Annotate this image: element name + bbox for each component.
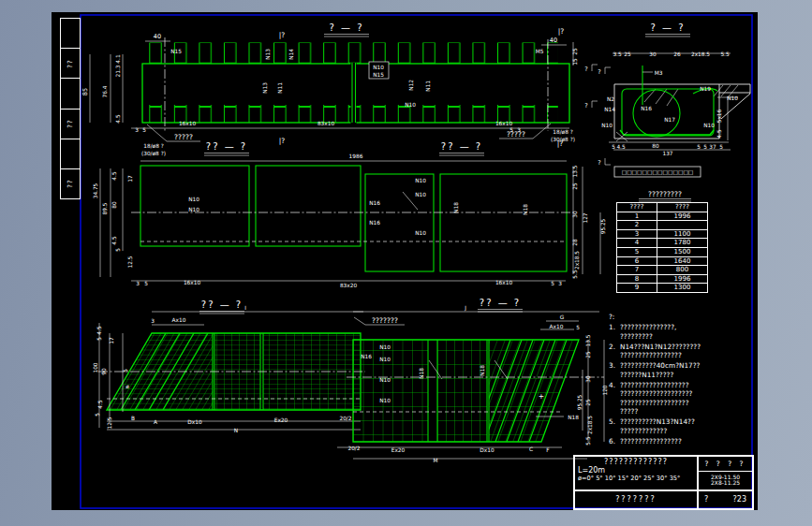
dim-label: 137	[662, 151, 672, 156]
dim-label: 16x10	[184, 280, 200, 285]
dim-label: 89.5	[102, 202, 108, 214]
dim-label: Ax10	[550, 324, 564, 329]
rebar-label: N15	[373, 72, 384, 78]
table-cell: 1	[617, 212, 657, 221]
section-view	[605, 53, 750, 201]
notes-block: ?: 1.???????????????,?????????2.N14???N1…	[609, 313, 757, 447]
rebar-label: N10	[727, 95, 738, 101]
dim-label: Ax10	[172, 317, 186, 323]
table-cell: 800	[657, 266, 708, 275]
note-item: 1.???????????????,?????????	[609, 323, 757, 341]
dim-label: C	[529, 446, 533, 452]
note-item: 6.?????????????????	[609, 437, 757, 446]
dim-label: 5x16	[716, 109, 722, 123]
table-cell: 7	[617, 266, 657, 275]
rebar-label: N17	[664, 117, 675, 123]
dim-label: 28	[572, 239, 578, 246]
dim-label: 5	[551, 281, 554, 286]
table-row: 31100	[617, 229, 708, 239]
dim-label: 20/2	[347, 446, 360, 451]
rebar-label: N2	[607, 96, 614, 102]
note-number: 5.	[609, 417, 620, 435]
dim-label: 30	[572, 211, 578, 218]
dim-label: B	[131, 416, 135, 421]
dim-label: (30/ø8 ?)	[551, 137, 575, 142]
rebar-label: N10	[379, 344, 391, 350]
frame-sidebar: ?? ?? ??	[60, 18, 81, 199]
rebar-label: N10	[601, 123, 613, 128]
dim-label: 4.5	[111, 171, 117, 181]
dim-label: 5.5	[572, 270, 578, 279]
table-cell	[657, 221, 708, 230]
dim-label: 26	[673, 51, 681, 57]
rebar-label: N10	[379, 357, 391, 362]
dim-label: 25	[572, 48, 578, 55]
table-cell: 6	[617, 256, 657, 266]
sidebar-cell	[61, 139, 80, 169]
dim-label: 5	[576, 325, 580, 330]
table-row: 2	[617, 221, 708, 230]
dim-label: (30/ø8 ?)	[141, 151, 166, 156]
dim-label: 13.5	[585, 334, 591, 346]
title-skew-right: ?? — ?	[480, 298, 521, 308]
dim-label: ?	[598, 68, 600, 76]
dim-label: 4.5	[616, 144, 626, 150]
dim-label: +	[539, 392, 544, 401]
note-number: 1.	[609, 323, 620, 341]
revision-values: 2X9-11.50 2X8-11.25	[699, 472, 752, 489]
note-text: ??????????40cm?N17????????N11?????	[620, 361, 757, 379]
dim-label: 5	[697, 144, 701, 150]
dim-label: 4.5	[115, 114, 121, 124]
dim-label: 5	[144, 281, 148, 286]
sheet-title: ? ? ? ?	[699, 457, 752, 472]
dim-label: 13.5	[572, 165, 578, 177]
note-item: 5.??????????N13?N14???????????????	[609, 417, 757, 435]
rebar-label: N14	[604, 107, 615, 112]
table-row: 81996	[617, 274, 708, 284]
table-cell: 2	[617, 221, 657, 230]
rebar-label: M5	[536, 49, 544, 54]
dim-label: 17	[109, 337, 114, 344]
note-item: 2.N14???N1?N12?????????????????????????	[609, 343, 757, 360]
dim-label: 4.5	[97, 400, 103, 409]
leader-note: ?????	[507, 130, 525, 139]
title-elevation: ? — ?	[330, 22, 364, 33]
dim-label: ?	[598, 159, 600, 167]
section-cut-mark: |?	[558, 27, 565, 36]
dim-label: 5	[115, 248, 121, 252]
dim-label: 83x10	[317, 121, 334, 126]
rebar-label: N10	[379, 398, 391, 403]
note-text: ???????????????,?????????	[620, 323, 757, 341]
dim-label: 2x18.5	[587, 416, 593, 434]
dim-label: 18/ø8 ?	[553, 129, 572, 135]
stamp-text: □□□□□□□□□□□□□□	[622, 169, 694, 175]
dim-label: 16x10	[495, 121, 512, 126]
skew-plan-right	[337, 310, 604, 460]
table-header: ????	[617, 203, 657, 212]
plan-view	[100, 153, 600, 282]
dim-label: 4.1	[115, 54, 121, 64]
title-block: ????????????? L=20m ø=0° 5° 10° 15° 20° …	[573, 455, 754, 510]
rebar-label: N10	[188, 197, 199, 202]
dim-label: F	[546, 447, 549, 453]
dim-label: Dx10	[480, 447, 495, 453]
dim-label: ø	[125, 384, 129, 389]
dim-label: 76.4	[102, 85, 108, 97]
skew-angles: ø=0° 5° 10° 15° 20° 25° 30° 35°	[575, 475, 697, 482]
sidebar-cell	[61, 79, 80, 109]
table-cell: 5	[617, 247, 657, 256]
dim-label: 37	[709, 144, 716, 150]
dim-label: 5	[123, 369, 128, 373]
title-section: ? — ?	[651, 22, 686, 33]
table-cell: 1100	[657, 229, 708, 239]
dim-label: 3	[558, 281, 562, 286]
dim-label: 5	[719, 144, 723, 150]
leader-note: ?????	[174, 133, 193, 141]
rebar-label: N10	[379, 377, 391, 383]
table-header: ????	[657, 203, 708, 212]
sidebar-cell: ??	[61, 49, 80, 79]
dim-label: 5	[96, 337, 102, 341]
dim-label: 16x10	[495, 280, 512, 285]
table-cell: 8	[617, 274, 657, 284]
project-title: ?????????????	[575, 457, 697, 466]
